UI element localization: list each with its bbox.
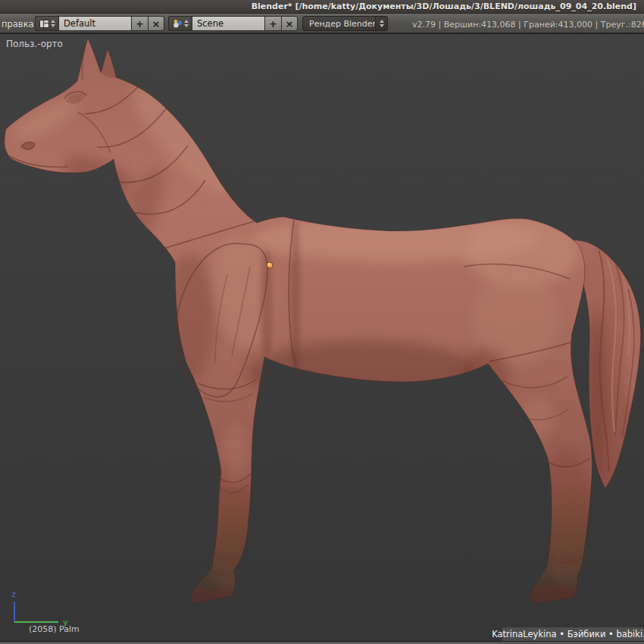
watermark-badge: KatrinaLeykina • Бэйбики • babiki.ru xyxy=(502,627,644,641)
chevron-up-down-icon xyxy=(184,20,189,27)
close-icon: × xyxy=(152,18,161,30)
window-titlebar: Blender* [/home/katty/Документы/3D/Лошад… xyxy=(0,0,644,14)
render-engine-value: Рендер Blender xyxy=(303,19,375,29)
frame-object-label: (2058) Palm xyxy=(29,624,80,634)
viewport-view-label: Польз.-орто xyxy=(6,39,63,49)
screen-layout-icon xyxy=(39,20,49,28)
add-icon: + xyxy=(269,18,277,30)
3d-viewport[interactable]: Польз.-орто z y (2058) Palm KatrinaLeyki… xyxy=(0,34,644,641)
scene-selector: Scene + × xyxy=(168,16,298,31)
screen-layout-name-field[interactable]: Default xyxy=(58,16,131,31)
scene-icon xyxy=(173,19,183,28)
viewport-canvas xyxy=(0,34,644,641)
watermark-text: KatrinaLeykina • Бэйбики • babiki.ru xyxy=(492,629,644,639)
window-title: Blender* [/home/katty/Документы/3D/Лошад… xyxy=(252,2,636,11)
screen-layout-dropdown-button[interactable] xyxy=(35,16,58,31)
render-engine-dropdown[interactable]: Рендер Blender xyxy=(302,16,388,31)
timeline-edge-strip[interactable] xyxy=(0,641,644,644)
axis-z-label: z xyxy=(11,589,16,599)
delete-scene-button[interactable]: × xyxy=(281,16,298,31)
add-icon: + xyxy=(136,18,144,30)
screen-layout-selector: Default + × xyxy=(35,16,164,31)
chevron-up-down-icon xyxy=(375,17,387,30)
object-origin-dot[interactable] xyxy=(267,262,273,268)
scene-name-field[interactable]: Scene xyxy=(192,16,264,31)
scene-dropdown-button[interactable] xyxy=(168,16,192,31)
delete-layout-button[interactable]: × xyxy=(148,16,164,31)
chevron-up-down-icon xyxy=(51,20,55,27)
add-layout-button[interactable]: + xyxy=(131,16,148,31)
info-header-bar: правка Default + × Scene + × xyxy=(0,14,644,34)
add-scene-button[interactable]: + xyxy=(264,16,281,31)
menu-item-edit[interactable]: правка xyxy=(2,19,34,30)
horse-model[interactable] xyxy=(5,38,644,610)
close-icon: × xyxy=(286,18,294,30)
scene-stats-readout: v2.79 | Вершин:413,068 | Граней:413,000 … xyxy=(412,20,644,30)
